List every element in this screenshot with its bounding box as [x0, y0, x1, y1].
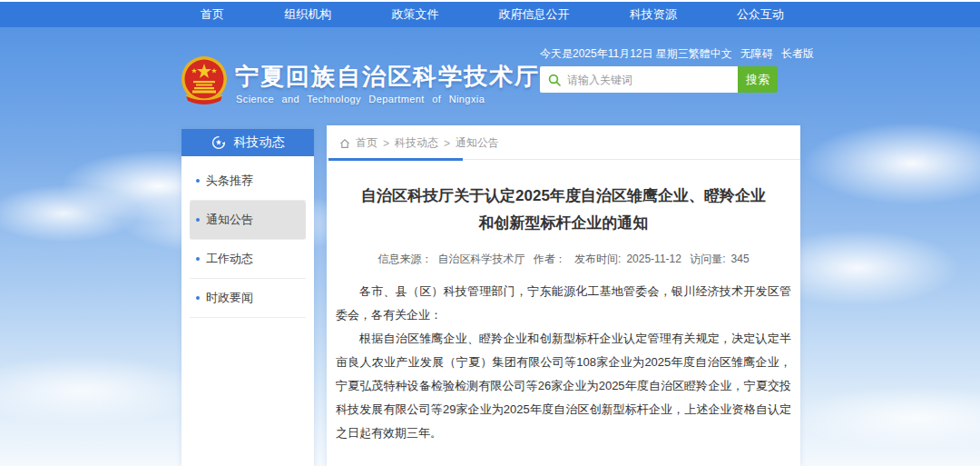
article-body: 各市、县（区）科技管理部门，宁东能源化工基地管委会，银川经济技术开发区管委会，各…: [336, 280, 791, 445]
breadcrumb-separator: >: [383, 137, 389, 150]
sidebar: 科技动态 头条推荐 通知公告 工作动态 时政要闻: [181, 129, 314, 466]
page: 首页 组织机构 政策文件 政府信息公开 科技资源 公众互动 宁夏回族自治区科学技…: [0, 0, 980, 466]
search-input[interactable]: [567, 66, 738, 93]
national-emblem-logo: [181, 55, 228, 107]
link-elder-version[interactable]: 长者版: [781, 46, 814, 62]
sidebar-item-notices[interactable]: 通知公告: [190, 201, 306, 240]
meta-views-value: 345: [731, 253, 750, 265]
meta-publish-date: 2025-11-12: [626, 253, 681, 265]
search-box: [540, 66, 738, 93]
search-bar: 搜索: [540, 66, 778, 93]
sidebar-item-work-updates[interactable]: 工作动态: [190, 240, 306, 279]
nav-item-organization[interactable]: 组织机构: [279, 6, 337, 23]
article: 自治区科技厅关于认定2025年度自治区雏鹰企业、瞪羚企业 和创新型标杆企业的通知…: [327, 183, 800, 466]
nav-item-sci-tech-resources[interactable]: 科技资源: [624, 6, 682, 23]
breadcrumb-sci-tech-news[interactable]: 科技动态: [395, 135, 438, 151]
search-icon: [548, 74, 561, 86]
site-title: 宁夏回族自治区科学技术厅: [235, 61, 540, 93]
breadcrumb-separator: >: [444, 137, 450, 150]
utility-row: 今天是2025年11月12日 星期三 繁體中文 无障碍 长者版: [540, 46, 790, 62]
article-meta: 信息来源：自治区科学技术厅 作者： 发布时间:2025-11-12 访问量:34…: [336, 252, 791, 267]
meta-author-label: 作者：: [534, 253, 566, 265]
breadcrumb-notices[interactable]: 通知公告: [456, 135, 499, 151]
article-title-line2: 和创新型标杆企业的通知: [336, 210, 791, 237]
current-date: 今天是2025年11月12日 星期三: [540, 46, 689, 62]
nav-item-policy-documents[interactable]: 政策文件: [386, 6, 444, 23]
emblem-icon: [181, 55, 228, 107]
meta-source-label: 信息来源：: [377, 253, 432, 265]
sidebar-item-headline-recommend[interactable]: 头条推荐: [190, 162, 306, 201]
meta-source-value: 自治区科学技术厅: [437, 253, 524, 265]
sidebar-item-label: 头条推荐: [206, 173, 253, 189]
link-traditional-chinese[interactable]: 繁體中文: [689, 46, 732, 62]
sidebar-header: 科技动态: [181, 129, 314, 156]
star-refresh-icon: [211, 135, 226, 150]
breadcrumb-home[interactable]: 首页: [356, 135, 377, 151]
link-accessibility[interactable]: 无障碍: [740, 46, 773, 62]
sidebar-item-political-news[interactable]: 时政要闻: [190, 279, 306, 318]
article-title: 自治区科技厅关于认定2025年度自治区雏鹰企业、瞪羚企业 和创新型标杆企业的通知: [336, 183, 791, 237]
nav-item-public-interaction[interactable]: 公众互动: [731, 6, 789, 23]
sidebar-title: 科技动态: [234, 134, 285, 151]
meta-publish-label: 发布时间:: [574, 253, 621, 265]
content-panel: 首页 > 科技动态 > 通知公告 自治区科技厅关于认定2025年度自治区雏鹰企业…: [327, 125, 800, 466]
article-paragraph: 根据自治区雏鹰企业、瞪羚企业和创新型标杆企业认定管理有关规定，决定认定半亩良人农…: [336, 327, 791, 445]
article-paragraph: 各市、县（区）科技管理部门，宁东能源化工基地管委会，银川经济技术开发区管委会，各…: [336, 280, 791, 327]
breadcrumb-accent-bar: [328, 158, 463, 161]
utility-links: 繁體中文 无障碍 长者版: [689, 46, 814, 62]
sidebar-list: 头条推荐 通知公告 工作动态 时政要闻: [181, 156, 314, 318]
home-icon: [339, 138, 350, 149]
site-subtitle: Science and Technology Department of Nin…: [236, 94, 495, 104]
sidebar-item-label: 时政要闻: [206, 290, 253, 306]
breadcrumb: 首页 > 科技动态 > 通知公告: [327, 125, 800, 160]
sidebar-item-label: 工作动态: [206, 251, 253, 267]
nav-item-home[interactable]: 首页: [195, 6, 230, 23]
top-nav-items: 首页 组织机构 政策文件 政府信息公开 科技资源 公众互动: [195, 2, 789, 27]
nav-item-gov-info-disclosure[interactable]: 政府信息公开: [494, 6, 575, 23]
sidebar-item-label: 通知公告: [206, 212, 253, 228]
article-title-line1: 自治区科技厅关于认定2025年度自治区雏鹰企业、瞪羚企业: [336, 183, 791, 210]
meta-views-label: 访问量:: [690, 253, 725, 265]
search-button[interactable]: 搜索: [738, 66, 778, 93]
top-navbar: 首页 组织机构 政策文件 政府信息公开 科技资源 公众互动: [0, 2, 980, 27]
